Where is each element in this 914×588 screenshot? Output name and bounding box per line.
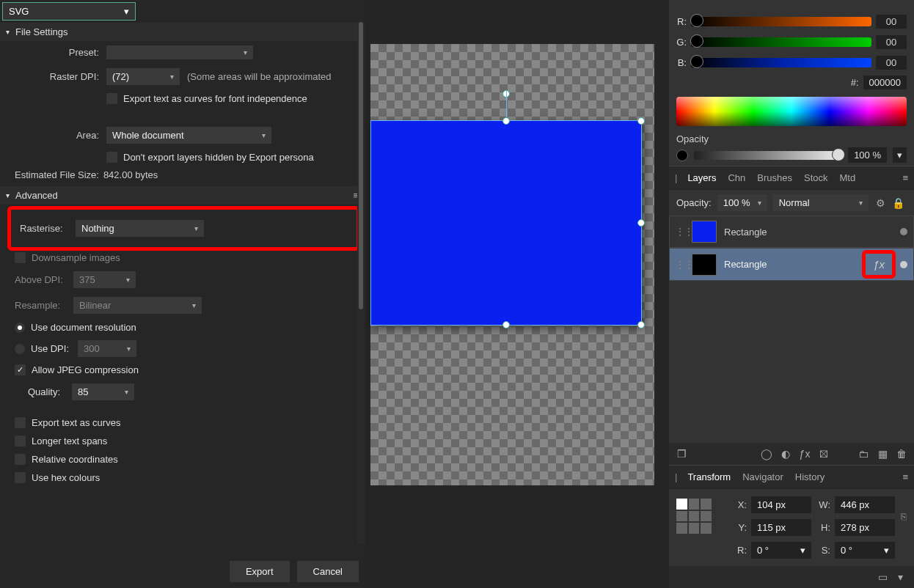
use-dpi-row[interactable]: Use DPI: 300 ▾: [0, 337, 365, 361]
radio[interactable]: [15, 344, 25, 354]
quality-input[interactable]: 85 ▾: [72, 383, 134, 400]
y-field[interactable]: Y:115 px: [734, 519, 811, 536]
lock-icon[interactable]: 🔒: [893, 196, 904, 210]
crop-icon[interactable]: ⛝: [817, 447, 830, 460]
link-icon[interactable]: ⎘: [901, 511, 907, 522]
handle-e[interactable]: [637, 219, 645, 227]
format-select[interactable]: SVG ▾: [2, 2, 136, 21]
relcoord-row[interactable]: Relative coordinates: [0, 450, 365, 468]
area-select[interactable]: Whole document ▾: [106, 127, 271, 144]
cancel-button[interactable]: Cancel: [297, 561, 359, 582]
above-dpi-input[interactable]: 375 ▾: [73, 271, 136, 288]
drag-handle-icon[interactable]: ⋮⋮: [676, 227, 684, 236]
tab-history[interactable]: History: [794, 468, 826, 485]
w-field[interactable]: W:446 px: [817, 496, 895, 513]
preset-select[interactable]: ▾: [106, 45, 253, 59]
tab-layers[interactable]: Layers: [686, 169, 717, 186]
export-button[interactable]: Export: [230, 561, 290, 582]
layer-thumb: [692, 221, 717, 243]
use-dpi-input[interactable]: 300 ▾: [78, 340, 136, 357]
estimated-size-row: Estimated File Size: 842.00 bytes: [0, 166, 365, 186]
g-value[interactable]: 00: [876, 35, 907, 49]
folder-icon[interactable]: 🗀: [857, 447, 870, 460]
area-value: Whole document: [112, 130, 184, 141]
tab-transform[interactable]: Transform: [686, 468, 732, 485]
tab-mtd[interactable]: Mtd: [838, 169, 858, 186]
checkbox[interactable]: [15, 364, 26, 375]
handle-s[interactable]: [502, 321, 510, 328]
opacity-value[interactable]: 100 %: [848, 147, 887, 163]
chevron-down-icon[interactable]: ▾: [893, 147, 907, 163]
export-curves-row[interactable]: Export text as curves for font independe…: [0, 89, 365, 108]
canvas-area[interactable]: [365, 0, 669, 588]
hidden-layers-row[interactable]: Don't export layers hidden by Export per…: [0, 148, 365, 166]
h-field[interactable]: H:278 px: [817, 519, 895, 536]
checkbox[interactable]: [15, 252, 26, 263]
opacity-slider[interactable]: [694, 151, 842, 160]
drag-handle-icon[interactable]: ⋮⋮: [676, 260, 684, 269]
dialog-buttons: Export Cancel: [0, 555, 365, 588]
radio[interactable]: [15, 323, 25, 333]
resample-select[interactable]: Bilinear ▾: [73, 297, 202, 314]
file-settings-header[interactable]: ▾ File Settings: [0, 23, 365, 41]
rasterise-select[interactable]: Nothing ▾: [76, 220, 204, 237]
checkbox[interactable]: [15, 436, 26, 446]
checkbox[interactable]: [15, 454, 26, 465]
handle-n[interactable]: [502, 117, 510, 125]
layer-item[interactable]: ⋮⋮ Rectangle: [669, 216, 914, 248]
r-field[interactable]: R:0 °▾: [734, 542, 811, 559]
r-value[interactable]: 00: [876, 15, 907, 29]
blend-mode-select[interactable]: Normal▾: [773, 194, 869, 211]
layer-item-selected[interactable]: ⋮⋮ Rectangle ƒx: [669, 248, 914, 281]
tab-stock[interactable]: Stock: [803, 169, 830, 186]
scrollbar-thumb[interactable]: [359, 22, 363, 309]
spans-row[interactable]: Longer text spans: [0, 432, 365, 450]
layer-opacity-input[interactable]: 100 %▾: [717, 194, 767, 211]
trash-icon[interactable]: 🗑: [895, 447, 908, 460]
grid-icon[interactable]: ▦: [876, 447, 889, 460]
tab-brushes[interactable]: Brushes: [756, 169, 794, 186]
adjustment-icon[interactable]: ◐: [779, 447, 792, 460]
doc-res-row[interactable]: Use document resolution: [0, 318, 365, 337]
b-slider[interactable]: [691, 58, 871, 67]
advanced-header[interactable]: ▾ Advanced ≡: [0, 186, 365, 205]
menu-icon[interactable]: ≡: [902, 172, 908, 183]
tab-navigator[interactable]: Navigator: [741, 468, 785, 485]
slider-thumb[interactable]: [832, 148, 845, 161]
jpeg-row[interactable]: Allow JPEG compression: [0, 361, 365, 379]
align-icon[interactable]: ▭: [876, 570, 889, 584]
selected-rectangle[interactable]: [370, 120, 642, 326]
tab-channels[interactable]: Chn: [726, 169, 747, 186]
checkbox[interactable]: [106, 152, 117, 163]
slider-thumb[interactable]: [690, 55, 703, 68]
checkbox[interactable]: [106, 93, 117, 104]
s-field[interactable]: S:0 °▾: [817, 542, 895, 559]
fx-icon[interactable]: ƒx: [798, 447, 811, 460]
gear-icon[interactable]: ⚙: [874, 196, 888, 210]
chevron-down-icon[interactable]: ▾: [893, 570, 907, 584]
hex-row[interactable]: Use hex colours: [0, 468, 365, 487]
checkbox[interactable]: [15, 472, 26, 483]
raster-dpi-select[interactable]: (72) ▾: [106, 68, 180, 85]
visibility-dot[interactable]: [900, 228, 907, 235]
layers-icon[interactable]: ❐: [675, 447, 688, 460]
visibility-dot[interactable]: [900, 261, 907, 268]
color-spectrum[interactable]: [676, 97, 907, 126]
x-field[interactable]: X:104 px: [734, 496, 811, 513]
g-slider[interactable]: [691, 37, 871, 47]
menu-icon[interactable]: ≡: [902, 471, 908, 482]
slider-thumb[interactable]: [690, 34, 703, 48]
b-value[interactable]: 00: [876, 56, 907, 70]
slider-thumb[interactable]: [690, 14, 703, 27]
fx-badge-highlight[interactable]: ƒx: [862, 250, 896, 279]
handle-se[interactable]: [637, 321, 645, 328]
anchor-widget[interactable]: [676, 499, 712, 534]
downsample-row[interactable]: Downsample images: [0, 245, 365, 267]
checkbox[interactable]: [15, 417, 26, 428]
r-slider[interactable]: [691, 17, 871, 26]
hex-input[interactable]: 000000: [863, 76, 907, 89]
mask-icon[interactable]: ◯: [760, 447, 773, 460]
curves2-row[interactable]: Export text as curves: [0, 414, 365, 432]
handle-ne[interactable]: [637, 117, 645, 125]
scrollbar[interactable]: [357, 22, 365, 544]
